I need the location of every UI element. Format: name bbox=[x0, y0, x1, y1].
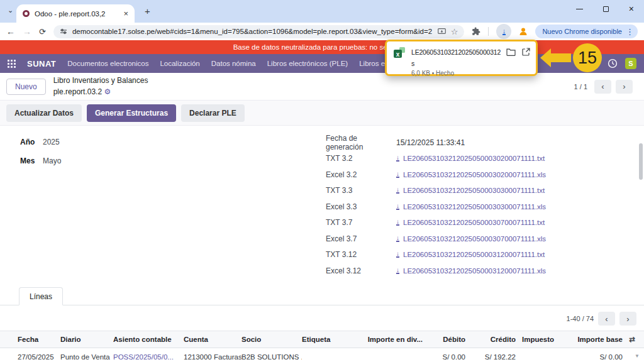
declarar-ple-button[interactable]: Declarar PLE bbox=[181, 104, 245, 122]
user-avatar[interactable]: S bbox=[625, 58, 636, 69]
generation-date-label: Fecha de generación bbox=[326, 134, 396, 151]
file-download-link[interactable]: ↓LE2060531032120250500030300071111.txt bbox=[396, 187, 545, 194]
file-label: TXT 3.12 bbox=[326, 250, 396, 259]
tab-search-chevron-icon[interactable]: ⌄ bbox=[8, 6, 13, 14]
profile-key-icon[interactable] bbox=[519, 27, 528, 36]
col-etiqueta[interactable]: Etiqueta bbox=[302, 336, 356, 343]
menu-datos-nomina[interactable]: Datos nómina bbox=[211, 60, 256, 67]
pager-previous-icon[interactable]: ‹ bbox=[594, 80, 611, 94]
tune-icon[interactable] bbox=[60, 28, 67, 35]
cell-fecha: 27/05/2025 bbox=[18, 353, 60, 361]
download-icon: ↓ bbox=[396, 251, 399, 258]
cell-debito: S/ 0.00 bbox=[423, 353, 465, 361]
tab-close-icon[interactable]: × bbox=[123, 9, 128, 18]
back-icon[interactable]: ← bbox=[6, 27, 15, 36]
col-asiento[interactable]: Asiento contable bbox=[113, 336, 184, 343]
control-panel: Nuevo Libro Inventarios y Balances ple.r… bbox=[0, 73, 644, 101]
download-icon: ↓ bbox=[396, 172, 399, 178]
cell-importe-base: S/ 0.00 bbox=[562, 353, 623, 361]
menu-documentos-electronicos[interactable]: Documentos electronicos bbox=[67, 60, 148, 67]
new-tab-button[interactable]: + bbox=[145, 6, 150, 16]
browser-menu-kebab-icon[interactable]: ⋮ bbox=[626, 27, 634, 36]
url-text[interactable]: democontable17.solse.pe/web#cids=1&menu_… bbox=[72, 28, 433, 35]
browser-tab[interactable]: Odoo - ple.report.03,2 × bbox=[16, 4, 135, 23]
year-label: Año bbox=[20, 138, 43, 146]
column-settings-icon[interactable]: ⇄ bbox=[623, 335, 641, 344]
col-impuesto[interactable]: Impuesto bbox=[516, 336, 562, 343]
downloads-button[interactable]: ↓ bbox=[496, 24, 511, 39]
col-importe-base[interactable]: Importe base bbox=[562, 336, 623, 343]
svg-text:x: x bbox=[396, 51, 400, 58]
annotation-arrow-icon bbox=[551, 53, 571, 62]
statusbar: Actualizar Datos Generar Estructuras Dec… bbox=[0, 101, 644, 126]
menu-libros-ple[interactable]: Libros electrónicos (PLE) bbox=[267, 60, 348, 67]
file-download-link[interactable]: ↓LE2060531032120250500030300071111.xls bbox=[396, 203, 546, 211]
maximize-icon[interactable] bbox=[603, 6, 609, 12]
cell-asiento-link[interactable]: POSS/2025/05/0... bbox=[113, 353, 184, 361]
table-row[interactable]: 27/05/2025 Punto de Venta POSS/2025/05/0… bbox=[0, 348, 644, 362]
open-in-new-icon[interactable] bbox=[522, 48, 530, 56]
month-value[interactable]: Mayo bbox=[43, 156, 61, 165]
col-socio[interactable]: Socio bbox=[242, 336, 302, 343]
extensions-icon[interactable] bbox=[472, 27, 480, 36]
bookmark-star-icon[interactable]: ☆ bbox=[451, 27, 458, 36]
col-fecha[interactable]: Fecha bbox=[18, 336, 60, 343]
cell-credito: S/ 192.22 bbox=[465, 353, 516, 361]
download-filename[interactable]: LE20605310321202505000312 s bbox=[411, 48, 501, 67]
breadcrumb-title[interactable]: Libro Inventarios y Balances bbox=[53, 75, 148, 86]
chrome-update-chip[interactable]: Nuevo Chrome disponible ⋮ bbox=[535, 25, 638, 38]
download-icon: ↓ bbox=[396, 219, 399, 226]
table-header-row: Fecha Diario Asiento contable Cuenta Soc… bbox=[0, 331, 644, 348]
tab-lineas[interactable]: Líneas bbox=[19, 287, 63, 305]
gear-icon[interactable]: ⚙ bbox=[104, 87, 111, 96]
download-popup[interactable]: x LE20605310321202505000312 s 6,0 KB • H… bbox=[385, 40, 538, 76]
file-download-link[interactable]: ↓LE2060531032120250500030700071111.xls bbox=[396, 235, 546, 243]
vertical-scrollbar[interactable] bbox=[639, 143, 643, 180]
file-label: Excel 3.7 bbox=[326, 234, 396, 243]
actualizar-datos-button[interactable]: Actualizar Datos bbox=[6, 104, 82, 122]
list-pager-next-icon[interactable]: › bbox=[619, 312, 636, 326]
file-download-link[interactable]: ↓LE2060531032120250500030200071111.txt bbox=[396, 155, 545, 162]
col-debito[interactable]: Débito bbox=[423, 336, 465, 343]
reload-icon[interactable]: ⟳ bbox=[39, 27, 46, 36]
apps-grid-icon[interactable] bbox=[8, 60, 16, 68]
form-sheet: Año 2025 Mes Mayo Fecha de generación 15… bbox=[0, 126, 644, 287]
install-icon[interactable] bbox=[438, 28, 446, 35]
file-label: Excel 3.12 bbox=[326, 266, 396, 275]
col-importe-div[interactable]: Importe en div... bbox=[356, 336, 423, 343]
lines-table: Fecha Diario Asiento contable Cuenta Soc… bbox=[0, 331, 644, 362]
browser-window: ⌄ Odoo - ple.report.03,2 × + × ← → ⟳ dem… bbox=[0, 0, 644, 362]
download-icon: ↓ bbox=[396, 236, 399, 242]
close-window-icon[interactable]: × bbox=[629, 6, 634, 12]
download-icon: ↓ bbox=[396, 187, 399, 194]
col-cuenta[interactable]: Cuenta bbox=[184, 336, 242, 343]
show-in-folder-icon[interactable] bbox=[506, 48, 516, 56]
year-value[interactable]: 2025 bbox=[43, 138, 60, 146]
list-pager-previous-icon[interactable]: ‹ bbox=[598, 312, 615, 326]
menu-localizacion[interactable]: Localización bbox=[160, 60, 199, 67]
file-download-link[interactable]: ↓LE2060531032120250500031200071111.txt bbox=[396, 251, 545, 258]
minimize-icon[interactable] bbox=[576, 9, 583, 9]
file-label: Excel 3.3 bbox=[326, 202, 396, 211]
tab-strip: ⌄ Odoo - ple.report.03,2 × + × bbox=[0, 0, 644, 23]
activities-clock-icon[interactable] bbox=[608, 58, 618, 69]
generar-estructuras-button[interactable]: Generar Estructuras bbox=[87, 104, 176, 122]
file-label: Excel 3.2 bbox=[326, 170, 396, 179]
app-brand[interactable]: SUNAT bbox=[27, 59, 56, 69]
col-diario[interactable]: Diario bbox=[60, 336, 113, 343]
new-record-button[interactable]: Nuevo bbox=[6, 79, 46, 95]
address-bar[interactable]: democontable17.solse.pe/web#cids=1&menu_… bbox=[53, 25, 465, 38]
banner-text: Base de datos neutralizada para pruebas:… bbox=[233, 43, 411, 51]
file-download-link[interactable]: ↓LE2060531032120250500030200071111.xls bbox=[396, 171, 546, 178]
caret-down-icon[interactable]: ▼ bbox=[635, 353, 640, 359]
chrome-update-label: Nuevo Chrome disponible bbox=[542, 28, 622, 35]
window-controls: × bbox=[576, 6, 634, 12]
pager-next-icon[interactable]: › bbox=[616, 80, 633, 94]
tab-title: Odoo - ple.report.03,2 bbox=[35, 10, 118, 18]
file-download-link[interactable]: ↓LE2060531032120250500031200071111.xls bbox=[396, 267, 546, 275]
download-icon: ↓ bbox=[502, 28, 506, 35]
forward-icon[interactable]: → bbox=[23, 27, 31, 36]
excel-file-icon: x bbox=[392, 46, 406, 60]
file-download-link[interactable]: ↓LE2060531032120250500030700071111.txt bbox=[396, 219, 545, 226]
col-credito[interactable]: Crédito bbox=[465, 336, 516, 343]
